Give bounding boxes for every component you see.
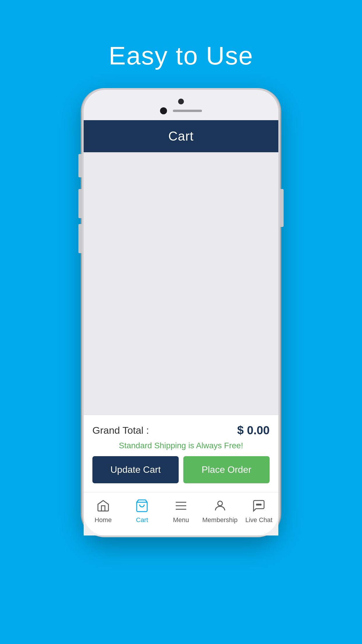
nav-label-home: Home (94, 516, 112, 524)
front-camera (160, 107, 167, 114)
svg-point-4 (218, 501, 222, 506)
header-title: Cart (168, 129, 194, 143)
grand-total-label: Grand Total : (92, 425, 149, 436)
camera-dot (178, 99, 184, 104)
shipping-notice: Standard Shipping is Always Free! (84, 440, 278, 456)
phone-frame: Cart Grand Total : $ 0.00 Standard Shipp… (82, 88, 280, 537)
place-order-button[interactable]: Place Order (183, 456, 270, 483)
svg-point-7 (260, 504, 261, 505)
app-header: Cart (84, 120, 278, 152)
membership-icon (212, 498, 228, 513)
svg-point-6 (258, 504, 259, 505)
update-cart-button[interactable]: Update Cart (92, 456, 179, 483)
power-button (280, 189, 284, 227)
nav-label-live-chat: Live Chat (245, 516, 273, 524)
svg-point-5 (256, 504, 258, 505)
volume-up-button (78, 189, 82, 218)
live-chat-icon (251, 498, 266, 513)
top-sensors (160, 107, 202, 114)
phone-top (84, 90, 278, 120)
nav-label-menu: Menu (173, 516, 189, 524)
nav-item-home[interactable]: Home (84, 492, 123, 527)
cart-action-buttons: Update Cart Place Order (84, 456, 278, 492)
footer-area: Grand Total : $ 0.00 Standard Shipping i… (84, 415, 278, 492)
app-content: Cart Grand Total : $ 0.00 Standard Shipp… (84, 120, 278, 536)
nav-item-cart[interactable]: Cart (123, 492, 162, 527)
menu-icon (173, 498, 189, 513)
nav-label-membership: Membership (202, 516, 238, 524)
grand-total-row: Grand Total : $ 0.00 (84, 415, 278, 440)
speaker (173, 110, 202, 112)
volume-down-button (78, 224, 82, 253)
nav-item-membership[interactable]: Membership (201, 492, 240, 527)
home-icon (96, 498, 111, 513)
bottom-navigation: Home Cart (84, 492, 278, 536)
cart-content-area (84, 152, 278, 415)
nav-item-live-chat[interactable]: Live Chat (239, 492, 278, 527)
nav-label-cart: Cart (136, 516, 148, 524)
cart-icon (134, 498, 150, 513)
nav-item-menu[interactable]: Menu (161, 492, 201, 527)
grand-total-value: $ 0.00 (237, 424, 270, 437)
page-title: Easy to Use (109, 41, 253, 71)
